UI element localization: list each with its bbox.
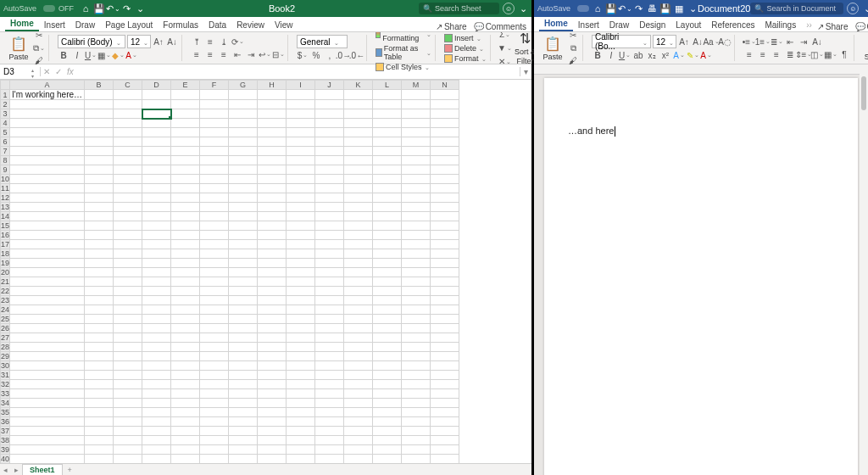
cell[interactable] [229,445,258,455]
cell[interactable] [344,333,373,343]
cell[interactable] [114,389,142,399]
cell[interactable] [258,315,287,324]
cell[interactable] [344,455,373,464]
cell[interactable] [142,221,171,231]
cell[interactable] [287,305,315,315]
cell[interactable] [10,361,85,371]
cell[interactable] [142,175,171,184]
cell[interactable] [373,333,402,343]
cell[interactable] [373,175,402,184]
comments-button[interactable]: 💬Comments [855,22,868,31]
cell[interactable] [315,389,344,399]
cell[interactable] [315,371,344,380]
row-header[interactable]: 22 [1,287,10,296]
row-header[interactable]: 24 [1,305,10,315]
cell[interactable] [229,156,258,165]
cell[interactable] [114,156,142,165]
cell[interactable] [229,240,258,249]
underline-button[interactable]: U [85,49,97,61]
cell[interactable] [229,119,258,128]
cell[interactable] [114,175,142,184]
cell[interactable] [402,324,431,333]
cell[interactable] [142,147,171,156]
cell[interactable] [373,100,402,109]
cell[interactable] [114,221,142,231]
cell[interactable] [229,128,258,137]
row-header[interactable]: 16 [1,231,10,240]
cell[interactable] [431,90,459,100]
redo-icon[interactable]: ↷ [633,3,643,14]
cell[interactable] [431,380,459,389]
cell[interactable] [315,165,344,175]
cell[interactable] [200,315,229,324]
cell[interactable] [373,128,402,137]
cell[interactable] [344,221,373,231]
cell[interactable] [142,90,171,100]
cell[interactable] [402,417,431,427]
cell[interactable] [344,119,373,128]
row-header[interactable]: 39 [1,445,10,455]
cell[interactable] [171,371,200,380]
cell[interactable] [373,231,402,240]
expand-formula-bar-icon[interactable]: ▾ [520,67,531,76]
autosave-toggle[interactable] [577,5,589,12]
font-name-select[interactable]: Calibri (Bo... [592,35,651,48]
font-size-select[interactable]: 12 [653,35,676,48]
number-format-select[interactable]: General [297,35,348,48]
cell[interactable] [10,240,85,249]
cell[interactable] [85,408,114,417]
align-center-icon[interactable]: ≡ [204,48,216,60]
cell[interactable] [200,277,229,287]
cell[interactable] [344,343,373,352]
cell[interactable] [315,240,344,249]
cell[interactable] [85,389,114,399]
cell[interactable] [85,361,114,371]
cell[interactable] [287,268,315,277]
cell[interactable] [114,380,142,389]
cell[interactable] [85,343,114,352]
cell[interactable] [402,203,431,212]
row-header[interactable]: 5 [1,128,10,137]
cell[interactable] [142,417,171,427]
cell[interactable] [344,249,373,259]
cell[interactable] [373,119,402,128]
autosave-toggle[interactable] [43,5,55,12]
cell[interactable] [171,156,200,165]
cell[interactable] [10,221,85,231]
cell[interactable] [200,436,229,445]
cell[interactable] [344,100,373,109]
cell[interactable] [344,165,373,175]
cell[interactable] [229,305,258,315]
cell[interactable] [258,436,287,445]
cell[interactable] [114,361,142,371]
copy-icon[interactable]: ⧉ [567,42,579,54]
cell[interactable] [85,119,114,128]
cell[interactable] [258,389,287,399]
cell[interactable] [373,296,402,305]
numbering-icon[interactable]: 1≡ [757,36,769,48]
cell[interactable] [431,128,459,137]
italic-button[interactable]: I [71,49,83,61]
cell[interactable] [200,128,229,137]
cell[interactable] [402,156,431,165]
cell[interactable] [287,371,315,380]
cell[interactable] [142,128,171,137]
cell[interactable] [114,109,142,119]
cell[interactable] [10,175,85,184]
tab-home[interactable]: Home [5,17,39,31]
cell[interactable] [200,221,229,231]
bullets-icon[interactable]: •≡ [743,36,755,48]
cell[interactable] [229,408,258,417]
cell[interactable] [229,277,258,287]
cell[interactable] [287,259,315,268]
cell[interactable] [373,436,402,445]
fx-icon[interactable]: fx [64,67,76,76]
cell[interactable] [200,389,229,399]
cell[interactable] [200,371,229,380]
cell[interactable] [114,455,142,464]
col-header[interactable]: H [258,81,287,90]
enter-formula-icon[interactable]: ✓ [53,67,64,76]
cell[interactable] [431,100,459,109]
cell[interactable] [402,137,431,147]
cell[interactable] [258,128,287,137]
